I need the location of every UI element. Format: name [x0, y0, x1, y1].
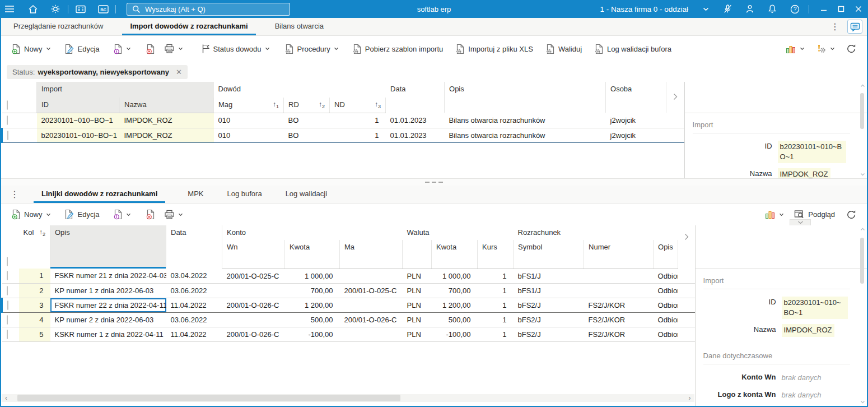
checkbox[interactable] — [7, 315, 8, 325]
panel-expander-chevron[interactable] — [666, 82, 684, 113]
scroll-down-icon[interactable] — [860, 400, 865, 404]
checkbox[interactable] — [7, 300, 8, 310]
row-select-cell[interactable] — [2, 113, 18, 128]
column-header-kwota-wn[interactable]: Kwota — [285, 240, 340, 269]
bc-module-icon[interactable]: BC — [95, 0, 111, 18]
tab-linijki-dowodow[interactable]: Linijki dowodów z rozrachunkami — [34, 186, 165, 203]
new-button[interactable]: Nowy — [7, 40, 55, 58]
tab-mpk[interactable]: MPK — [180, 186, 211, 203]
table-row[interactable]: 4 KP numer 2 z dnia 2022-06-03 03.06.202… — [2, 312, 695, 327]
column-header-opis2[interactable]: Opis — [654, 240, 678, 269]
maximize-button[interactable] — [832, 0, 850, 18]
scrollbar-thumb[interactable] — [860, 238, 864, 284]
pobierz-szablon-button[interactable]: Pobierz szablon importu — [348, 40, 447, 58]
row-select-cell[interactable] — [2, 283, 19, 298]
home-icon[interactable] — [25, 0, 41, 18]
tab-log-walidacji[interactable]: Log walidacji — [278, 186, 335, 203]
chat-button[interactable] — [847, 20, 862, 34]
checkbox[interactable] — [7, 115, 8, 125]
table-row-selected[interactable]: b20230101~010~BO~1 IMPDOK_ROZ 010 BO 1 0… — [2, 128, 684, 142]
waliduj-button[interactable]: Waliduj — [541, 40, 586, 58]
hamburger-menu-icon[interactable] — [1, 0, 18, 18]
delete-button[interactable] — [141, 40, 160, 58]
panel-collapse-chevron[interactable] — [790, 219, 811, 225]
scrollbar-thumb[interactable] — [17, 395, 400, 401]
chart-view-button[interactable] — [785, 40, 806, 58]
column-header-mag[interactable]: Mag↑1 — [214, 98, 284, 113]
tab-bilans-otwarcia[interactable]: Bilans otwarcia — [267, 18, 332, 35]
document-info-button[interactable] — [109, 40, 136, 58]
refresh-button[interactable] — [844, 40, 859, 58]
line-info-button[interactable] — [109, 206, 136, 224]
row-select-cell[interactable] — [2, 327, 19, 341]
scroll-down-icon[interactable] — [860, 173, 865, 176]
print-button[interactable] — [160, 40, 188, 58]
minimize-button[interactable] — [815, 0, 832, 18]
column-header-kurs[interactable]: Kurs — [478, 240, 514, 269]
scroll-right-icon[interactable]: › — [685, 394, 694, 402]
select-all-checkbox[interactable] — [2, 225, 19, 269]
column-header-wn[interactable]: Wn — [222, 240, 285, 269]
validation-alerts-button[interactable] — [814, 40, 836, 58]
column-header-symbol[interactable]: Symbol — [514, 240, 584, 269]
bell-icon[interactable] — [764, 0, 781, 18]
tab-log-bufora[interactable]: Log bufora — [219, 186, 269, 203]
close-button[interactable] — [850, 0, 867, 18]
row-select-cell[interactable] — [2, 298, 19, 312]
tab-przegladanie-rozrachunkow[interactable]: Przeglądanie rozrachunków — [6, 18, 111, 35]
column-header-kol[interactable]: Kol↑2 — [19, 225, 50, 269]
filter-remove-icon[interactable]: ✕ — [176, 68, 182, 76]
delete-line-button[interactable] — [141, 206, 160, 224]
column-header-kwota[interactable]: Kwota — [432, 240, 478, 269]
procedury-button[interactable]: Procedury — [280, 40, 343, 58]
column-header-ma[interactable]: Ma — [340, 240, 403, 269]
scroll-up-icon[interactable] — [860, 228, 865, 231]
refresh-lines-button[interactable] — [844, 206, 859, 224]
horizontal-splitter[interactable] — [1, 178, 867, 186]
table-row-selected[interactable]: 3 FSKR numer 22 z dnia 2022-04-11 11.04.… — [2, 298, 695, 312]
help-icon[interactable]: ? — [786, 0, 803, 18]
column-header-opis[interactable]: Opis — [445, 82, 606, 113]
checkbox[interactable] — [7, 271, 8, 280]
status-dowodu-button[interactable]: Status dowodu — [197, 40, 274, 58]
select-all-checkbox[interactable] — [2, 98, 18, 113]
column-header-nazwa[interactable]: Nazwa — [120, 98, 214, 113]
column-header-data[interactable]: Data — [166, 225, 222, 269]
detail-kebab-menu-icon[interactable]: ⋮ — [8, 189, 21, 200]
column-header-numer[interactable]: Numer — [584, 240, 654, 269]
print-lines-button[interactable] — [160, 206, 188, 224]
checkbox[interactable] — [7, 330, 8, 339]
row-select-cell[interactable] — [2, 128, 18, 142]
log-walidacji-bufora-button[interactable]: Log walidacji bufora — [590, 40, 676, 58]
user-icon[interactable] — [741, 0, 758, 18]
importuj-xls-button[interactable]: Importuj z pliku XLS — [451, 40, 538, 58]
column-header-rd[interactable]: RD↑2 — [284, 98, 330, 113]
brightness-icon[interactable] — [47, 0, 64, 18]
column-header-waluta-symbol[interactable] — [403, 240, 432, 269]
row-select-cell[interactable] — [2, 269, 19, 283]
table-row[interactable]: 20230101~010~BO~1 IMPDOK_ROZ 010 BO 1 01… — [2, 113, 684, 128]
column-header-data[interactable]: Data — [386, 82, 445, 113]
row-select-cell[interactable] — [2, 312, 19, 327]
newspaper-icon[interactable] — [72, 0, 89, 18]
tabbar-kebab-menu-icon[interactable]: ⋮ — [828, 21, 842, 33]
column-header-osoba[interactable]: Osoba — [606, 82, 666, 113]
panel-scrollbar[interactable] — [859, 228, 866, 404]
company-selector[interactable]: 1 - Nasza firma 0 - oddział — [600, 5, 709, 13]
table-row[interactable]: 5 KSKR numer 1 z dnia 2022-04-11 11.04.2… — [2, 327, 695, 341]
new-line-button[interactable]: Nowy — [7, 206, 55, 224]
chart-view-button[interactable] — [764, 206, 785, 224]
cell-opis-focused[interactable]: FSKR numer 22 z dnia 2022-04-11 — [50, 298, 166, 312]
panel-expander-chevron[interactable] — [678, 225, 695, 269]
column-header-nd[interactable]: ND↑3 — [330, 98, 386, 113]
scrollbar-thumb[interactable] — [860, 93, 864, 129]
search-input[interactable]: Wyszukaj (Alt + Q) — [127, 3, 290, 16]
checkbox[interactable] — [7, 100, 8, 110]
scroll-up-icon[interactable] — [860, 84, 865, 87]
tab-import-dowodow[interactable]: Import dowodów z rozrachunkami — [122, 18, 255, 35]
checkbox[interactable] — [7, 131, 8, 140]
table-row[interactable]: 2 KP numer 1 z dnia 2022-06-03 03.06.202… — [2, 283, 695, 298]
column-header-id[interactable]: ID — [37, 98, 120, 113]
edit-button[interactable]: Edycja — [60, 40, 104, 58]
panel-scrollbar[interactable] — [859, 84, 866, 176]
